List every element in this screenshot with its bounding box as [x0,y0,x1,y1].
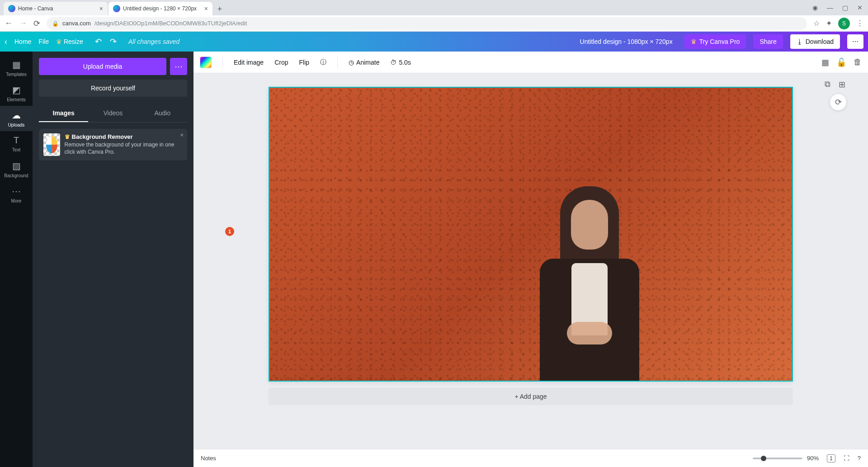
duplicate-page-icon[interactable]: ⧉ [825,80,830,90]
canvas-area: Edit image Crop Flip ⓘ ◷Animate ⏱5.0s ▦ … [193,52,868,467]
transparency-icon[interactable]: ▦ [821,57,829,67]
maximize-icon[interactable]: ▢ [842,4,848,11]
extensions-icon[interactable]: ✦ [826,19,832,28]
upload-more-button[interactable]: ⋯ [170,58,187,75]
window-controls: ◉ — ▢ ✕ [812,0,868,15]
artboard[interactable] [269,87,793,382]
url-host: canva.com [62,20,91,27]
person-image[interactable] [531,182,648,381]
browser-tab-active[interactable]: Untitled design - 1280 × 720px × [108,2,212,15]
home-link[interactable]: Home [14,38,31,45]
download-icon: ⭳ [797,38,803,45]
close-icon[interactable]: × [99,5,103,12]
bg-remover-promo[interactable]: ♛Background Remover Remove the backgroun… [39,129,187,160]
redo-icon[interactable]: ↷ [110,37,117,47]
promo-close-icon[interactable]: × [180,132,184,138]
minimize-icon[interactable]: — [827,4,833,11]
app-top-bar: ‹ Home File ♛Resize ↶ ↷ All changes save… [0,32,868,52]
more-button[interactable]: ⋯ [847,34,863,49]
uploads-panel: Upload media ⋯ Record yourself Images Vi… [33,52,193,467]
url-path: /design/DAEtO0Op1mM/BeCODnOMW83uTUfI2jeD… [94,20,247,27]
close-window-icon[interactable]: ✕ [857,4,863,11]
color-swatch[interactable] [200,57,212,68]
rail-more[interactable]: ⋯More [0,182,33,207]
elements-icon: ◩ [12,85,21,95]
timing-button[interactable]: ⏱5.0s [390,59,410,66]
rail-templates[interactable]: ▦Templates [0,55,33,80]
rail-uploads[interactable]: ☁Uploads [0,106,33,131]
more-icon: ⋯ [12,186,21,197]
star-icon[interactable]: ☆ [813,19,820,28]
lock-icon: 🔒 [52,20,59,27]
promo-title: Background Remover [72,133,133,140]
chrome-menu-icon[interactable]: ⋮ [856,19,863,28]
close-icon[interactable]: × [204,5,208,12]
uploads-icon: ☁ [12,110,21,121]
new-tab-button[interactable]: + [213,3,226,15]
tab-title: Untitled design - 1280 × 720px [123,5,197,12]
lock-icon[interactable]: 🔓 [836,57,846,67]
trash-icon[interactable]: 🗑 [854,57,862,67]
save-status: All changes saved [128,38,180,45]
resize-button[interactable]: ♛Resize [56,38,83,45]
rail-background[interactable]: ▨Background [0,156,33,182]
tab-audio[interactable]: Audio [138,105,187,122]
forward-icon[interactable]: → [19,19,27,28]
page-indicator[interactable]: 1 [827,454,835,462]
favicon-icon [8,5,15,12]
info-icon[interactable]: ⓘ [320,58,326,66]
upload-media-button[interactable]: Upload media [39,58,166,75]
document-title[interactable]: Untitled design - 1080px × 720px [580,38,673,45]
add-page-icon[interactable]: ⊞ [839,80,845,90]
file-menu[interactable]: File [38,38,49,45]
left-rail: ▦Templates ◩Elements ☁Uploads TText ▨Bac… [0,52,33,467]
background-icon: ▨ [12,160,21,171]
tab-images[interactable]: Images [39,105,88,122]
tab-title: Home - Canva [18,5,53,12]
animate-button[interactable]: ◷Animate [349,59,379,66]
edit-image-button[interactable]: Edit image [234,59,264,66]
clock-icon: ⏱ [390,59,396,66]
panel-tabs: Images Videos Audio [39,105,187,123]
reset-icon[interactable]: ⟳ [830,94,846,110]
address-bar: ← → ⟳ 🔒 canva.com/design/DAEtO0Op1mM/BeC… [0,15,868,32]
context-toolbar: Edit image Crop Flip ⓘ ◷Animate ⏱5.0s ▦ … [193,52,868,73]
bottom-bar: Notes 90% 1 ⛶ ? [193,449,868,467]
profile-avatar[interactable]: S [838,18,850,29]
tab-videos[interactable]: Videos [88,105,137,122]
try-pro-button[interactable]: ♛Try Canva Pro [684,34,746,49]
zoom-value[interactable]: 90% [807,455,819,462]
templates-icon: ▦ [12,59,21,70]
promo-desc: Remove the background of your image in o… [65,142,183,156]
record-yourself-button[interactable]: Record yourself [39,80,187,97]
back-icon[interactable]: ← [5,19,13,28]
zoom-slider[interactable] [753,458,802,459]
browser-tab-strip: Home - Canva × Untitled design - 1280 × … [0,0,868,15]
crown-icon: ♛ [65,133,70,140]
flip-button[interactable]: Flip [299,59,310,66]
add-page-button[interactable]: + Add page [269,388,793,405]
page-tools: ⧉ ⊞ [825,80,845,90]
crop-button[interactable]: Crop [274,59,288,66]
url-field[interactable]: 🔒 canva.com/design/DAEtO0Op1mM/BeCODnOMW… [47,17,807,30]
reload-icon[interactable]: ⟳ [33,19,40,28]
animate-icon: ◷ [349,59,354,66]
crown-icon: ♛ [56,38,62,45]
crown-icon: ♛ [691,38,697,45]
back-chevron-icon[interactable]: ‹ [5,37,7,47]
download-button[interactable]: ⭳Download [790,34,840,49]
canvas-scroll[interactable]: ⧉ ⊞ ⟳ + Add page [193,73,868,449]
favicon-icon [113,5,120,12]
fullscreen-icon[interactable]: ⛶ [844,455,849,462]
share-button[interactable]: Share [753,34,783,49]
browser-tab[interactable]: Home - Canva × [4,2,108,15]
notes-button[interactable]: Notes [201,455,216,462]
rail-text[interactable]: TText [0,131,33,156]
text-icon: T [14,135,19,146]
incognito-icon: ◉ [812,4,818,11]
rail-elements[interactable]: ◩Elements [0,80,33,106]
help-icon[interactable]: ? [858,455,861,462]
undo-icon[interactable]: ↶ [95,37,102,47]
promo-thumb-icon [43,133,60,156]
annotation-badge: 1 [225,227,234,236]
